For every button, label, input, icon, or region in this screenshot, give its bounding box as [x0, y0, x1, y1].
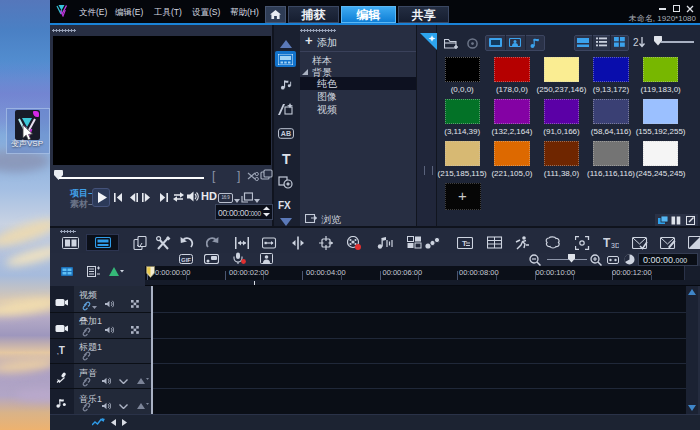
svg-text:T: T	[603, 236, 611, 250]
svg-text:2: 2	[633, 37, 639, 48]
svg-text:GIF: GIF	[181, 257, 191, 263]
svg-text:AB: AB	[281, 130, 291, 138]
svg-text:3D: 3D	[611, 242, 619, 249]
